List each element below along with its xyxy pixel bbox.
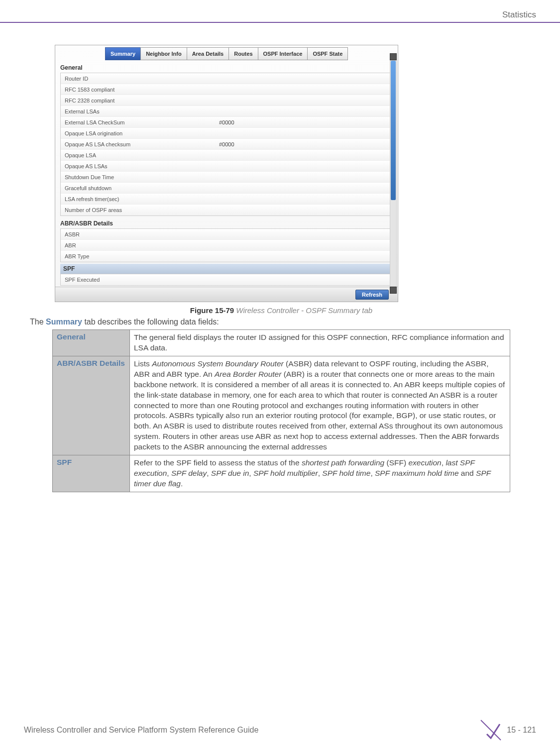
data-row: ASBR bbox=[61, 229, 392, 240]
data-row: Opaque LSA bbox=[61, 150, 392, 161]
row-label: LSA refresh timer(sec) bbox=[65, 196, 219, 202]
row-label: RFC 2328 compliant bbox=[65, 98, 219, 104]
row-label: Shutdown Due Time bbox=[65, 174, 219, 180]
row-label: Gracefull shutdown bbox=[65, 185, 219, 191]
data-row: External LSA CheckSum#0000 bbox=[61, 117, 392, 128]
general-section-title: General bbox=[60, 64, 398, 71]
intro-bold: Summary bbox=[46, 318, 82, 326]
page-marker: 15 - 121 bbox=[480, 719, 536, 741]
data-row: ABR Type bbox=[61, 251, 392, 262]
figure-label: Figure 15-79 bbox=[190, 306, 234, 315]
abr-panel: ASBRABRABR Type bbox=[60, 228, 393, 262]
tabs-row: SummaryNeighbor InfoArea DetailsRoutesOS… bbox=[105, 47, 398, 60]
data-row: Opaque AS LSA checksum#0000 bbox=[61, 139, 392, 150]
row-label: Router ID bbox=[65, 76, 219, 82]
table-desc-cell: Lists Autonomous System Boundary Router … bbox=[130, 356, 510, 455]
spf-section-title: SPF bbox=[60, 264, 393, 274]
figure-caption: Figure 15-79 Wireless Controller - OSPF … bbox=[30, 306, 533, 315]
ospf-screenshot: SummaryNeighbor InfoArea DetailsRoutesOS… bbox=[55, 45, 398, 302]
data-row: SPF Executed bbox=[61, 274, 392, 285]
data-row: Number of OSPF areas bbox=[61, 205, 392, 216]
data-row: Opaque AS LSAs bbox=[61, 161, 392, 172]
page-content: SummaryNeighbor InfoArea DetailsRoutesOS… bbox=[30, 45, 533, 492]
row-label: Opaque LSA bbox=[65, 152, 219, 158]
scroll-thumb[interactable] bbox=[391, 61, 396, 200]
scroll-down-icon[interactable] bbox=[390, 287, 397, 294]
table-label-cell: SPF bbox=[53, 455, 130, 492]
data-row: Shutdown Due Time bbox=[61, 172, 392, 183]
row-label: Opaque AS LSA checksum bbox=[65, 141, 219, 147]
table-row: GeneralThe general field displays the ro… bbox=[53, 330, 510, 356]
row-label: Opaque AS LSAs bbox=[65, 163, 219, 169]
scrollbar[interactable] bbox=[390, 60, 397, 287]
table-label-cell: General bbox=[53, 330, 130, 356]
row-label: ASBR bbox=[65, 231, 219, 237]
row-label: External LSAs bbox=[65, 108, 219, 114]
tab-area-details[interactable]: Area Details bbox=[187, 47, 229, 60]
data-row: Router ID bbox=[61, 73, 392, 84]
data-row: Gracefull shutdown bbox=[61, 183, 392, 194]
header-section: Statistics bbox=[502, 10, 536, 20]
row-label: RFC 1583 compliant bbox=[65, 87, 219, 93]
data-row: Opaque LSA origination bbox=[61, 128, 392, 139]
tab-ospf-interface[interactable]: OSPF Interface bbox=[258, 47, 308, 60]
scroll-up-icon[interactable] bbox=[390, 53, 397, 60]
refresh-button[interactable]: Refresh bbox=[355, 290, 389, 300]
bottom-toolbar: Refresh bbox=[55, 287, 398, 302]
row-label: ABR bbox=[65, 242, 219, 248]
abr-section-title: ABR/ASBR Details bbox=[60, 220, 398, 227]
row-label: SPF Executed bbox=[65, 277, 219, 283]
figure-title: Wireless Controller - OSPF Summary tab bbox=[236, 306, 372, 315]
row-label: External LSA CheckSum bbox=[65, 119, 219, 125]
description-table: GeneralThe general field displays the ro… bbox=[52, 329, 510, 492]
row-value: #0000 bbox=[219, 141, 234, 147]
data-row: RFC 2328 compliant bbox=[61, 95, 392, 106]
checkmark-icon bbox=[480, 719, 502, 741]
intro-text: The Summary tab describes the following … bbox=[30, 318, 533, 326]
tab-neighbor-info[interactable]: Neighbor Info bbox=[140, 47, 187, 60]
row-label: ABR Type bbox=[65, 253, 219, 259]
table-desc-cell: Refer to the SPF field to assess the sta… bbox=[130, 455, 510, 492]
data-row: External LSAs bbox=[61, 106, 392, 117]
tab-summary[interactable]: Summary bbox=[105, 47, 141, 60]
table-row: ABR/ASBR DetailsLists Autonomous System … bbox=[53, 356, 510, 455]
header-divider bbox=[0, 22, 560, 23]
row-label: Number of OSPF areas bbox=[65, 207, 219, 213]
general-panel: Router IDRFC 1583 compliantRFC 2328 comp… bbox=[60, 73, 393, 216]
data-row: RFC 1583 compliant bbox=[61, 84, 392, 95]
table-desc-cell: The general field displays the router ID… bbox=[130, 330, 510, 356]
page-number: 15 - 121 bbox=[507, 726, 536, 735]
footer-left: Wireless Controller and Service Platform… bbox=[24, 726, 258, 735]
table-label-cell: ABR/ASBR Details bbox=[53, 356, 130, 455]
tab-ospf-state[interactable]: OSPF State bbox=[307, 47, 348, 60]
tab-routes[interactable]: Routes bbox=[228, 47, 258, 60]
row-value: #0000 bbox=[219, 119, 234, 125]
spf-panel: SPF Executed bbox=[60, 274, 393, 286]
page-footer: Wireless Controller and Service Platform… bbox=[24, 719, 536, 741]
table-row: SPFRefer to the SPF field to assess the … bbox=[53, 455, 510, 492]
data-row: ABR bbox=[61, 240, 392, 251]
data-row: LSA refresh timer(sec) bbox=[61, 194, 392, 205]
row-label: Opaque LSA origination bbox=[65, 130, 219, 136]
